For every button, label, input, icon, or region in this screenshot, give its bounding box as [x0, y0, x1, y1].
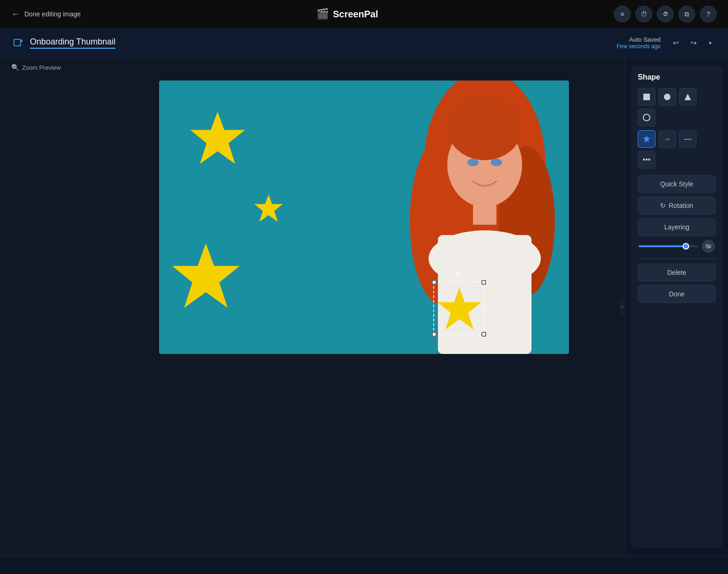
divider	[638, 258, 716, 259]
zoom-icon: 🔍	[11, 64, 19, 71]
opacity-row	[638, 240, 716, 253]
svg-marker-2	[254, 194, 283, 221]
rotation-button[interactable]: ↻ Rotation	[638, 197, 716, 214]
svg-point-12	[491, 159, 502, 166]
panel-collapse-tab[interactable]: ‹	[619, 297, 626, 316]
corner-handle-bl[interactable]	[432, 332, 437, 337]
logo-icon: 🎬	[316, 8, 329, 20]
menu-button[interactable]: ≡	[614, 6, 631, 22]
svg-marker-17	[684, 94, 691, 100]
language-label: ⏱	[663, 11, 668, 17]
top-bar-right: ≡ ⏱ ⏱ ⧉ ?	[614, 6, 717, 22]
top-bar: ← Done editing image 🎬 ScreenPal ≡ ⏱ ⏱ ⧉…	[0, 0, 728, 28]
done-button[interactable]: Done	[638, 285, 716, 303]
undo-button[interactable]: ↩	[668, 36, 683, 51]
app-name: ScreenPal	[333, 9, 378, 20]
toolbar-buttons: ↩ ↪ ▾	[668, 36, 717, 51]
layering-label: Layering	[664, 223, 690, 231]
svg-rect-8	[473, 201, 496, 225]
help-button[interactable]: ?	[700, 6, 717, 22]
star-small-middle[interactable]	[253, 193, 284, 225]
chevron-button[interactable]: ▾	[704, 36, 717, 51]
svg-marker-1	[190, 112, 245, 164]
redo-button[interactable]: ↪	[686, 36, 701, 51]
rotation-icon: ↻	[660, 202, 666, 209]
corner-handle-tr[interactable]	[481, 280, 486, 285]
svg-rect-15	[643, 94, 650, 100]
svg-point-18	[643, 114, 650, 121]
star-btn[interactable]	[638, 130, 655, 148]
square-shape-btn[interactable]	[638, 88, 655, 106]
back-button[interactable]: ← Done editing image	[11, 9, 81, 19]
back-label: Done editing image	[24, 10, 81, 18]
triangle-shape-btn[interactable]	[679, 88, 697, 106]
rotate-handle[interactable]: ↻	[456, 271, 462, 279]
rounded-rect-shape-btn[interactable]	[638, 109, 655, 126]
main-area: 🔍 Zoom Preview	[0, 58, 728, 555]
canvas-wrapper: ↻	[159, 81, 569, 354]
slider-thumb[interactable]	[683, 243, 689, 250]
svg-point-13	[447, 95, 522, 160]
right-panel: ‹ Shape	[625, 58, 728, 555]
layering-button[interactable]: Layering	[638, 218, 716, 236]
history-button[interactable]: ⏱	[635, 6, 652, 22]
auto-save-section: Auto Saved Few seconds ago ↩ ↪ ▾	[617, 36, 717, 51]
quick-style-label: Quick Style	[660, 180, 693, 188]
edit-icon	[11, 37, 24, 50]
corner-handle-tl[interactable]	[432, 280, 437, 285]
canvas-content: ↻	[159, 81, 569, 354]
selection-box	[433, 281, 485, 335]
more-shapes-btn[interactable]: •••	[638, 151, 655, 169]
star-large-topleft[interactable]	[187, 109, 248, 169]
auto-saved-time: Few seconds ago	[617, 43, 661, 50]
svg-rect-0	[14, 39, 21, 46]
auto-saved-text: Auto Saved Few seconds ago	[617, 36, 661, 50]
star-large-bottomleft[interactable]	[168, 240, 243, 315]
shape-panel: Shape →	[631, 66, 722, 548]
quick-style-button[interactable]: Quick Style	[638, 175, 716, 193]
auto-saved-label: Auto Saved	[617, 36, 661, 43]
title-section: Onboarding Thumbnail	[11, 37, 116, 50]
opacity-slider[interactable]	[639, 245, 698, 247]
layers-button[interactable]: ⧉	[678, 6, 695, 22]
back-arrow-icon: ←	[11, 9, 20, 19]
visibility-toggle[interactable]	[702, 240, 715, 253]
zoom-preview-bar[interactable]: 🔍 Zoom Preview	[11, 64, 61, 71]
zoom-preview-label: Zoom Preview	[22, 64, 61, 71]
page-title: Onboarding Thumbnail	[30, 37, 116, 49]
line-btn[interactable]: —	[679, 130, 697, 148]
arrow-right-btn[interactable]: →	[658, 130, 676, 148]
second-bar: Onboarding Thumbnail Auto Saved Few seco…	[0, 28, 728, 58]
bottom-bar	[0, 555, 728, 574]
app-logo: 🎬 ScreenPal	[316, 8, 378, 20]
delete-button[interactable]: Delete	[638, 264, 716, 281]
rotation-label: Rotation	[669, 202, 693, 209]
circle-shape-btn[interactable]	[658, 88, 676, 106]
corner-handle-br[interactable]	[481, 332, 486, 337]
svg-marker-3	[172, 243, 240, 308]
arrows-row: → — •••	[638, 130, 716, 169]
svg-marker-19	[643, 135, 650, 142]
language-button[interactable]: ⏱	[657, 6, 674, 22]
svg-point-16	[664, 94, 670, 100]
shapes-row	[638, 88, 716, 126]
selected-star-wrapper[interactable]: ↻	[433, 281, 485, 335]
panel-title: Shape	[638, 73, 716, 81]
svg-point-11	[467, 159, 479, 166]
